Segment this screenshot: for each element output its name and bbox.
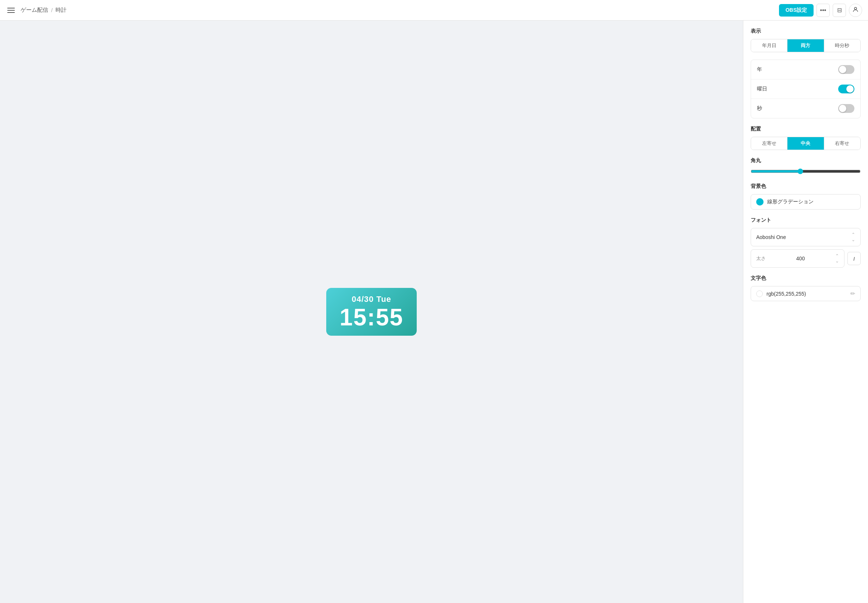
font-name-label: Aoboshi One <box>756 234 786 240</box>
layout-button[interactable]: ⊟ <box>833 4 846 17</box>
toggle-row-year: 年 <box>751 60 860 79</box>
toggle-year[interactable] <box>838 65 854 74</box>
user-icon <box>852 6 859 14</box>
italic-button[interactable]: I <box>847 252 861 265</box>
obs-settings-button[interactable]: OBS設定 <box>779 4 814 17</box>
text-color-value: rgb(255,255,255) <box>766 291 806 297</box>
layout-icon: ⊟ <box>837 7 842 14</box>
corner-radius-section: 角丸 <box>751 158 861 176</box>
more-icon: ••• <box>820 7 826 14</box>
display-tab-group: 年月日 両方 時分秒 <box>751 39 861 52</box>
tab-align-right[interactable]: 右寄せ <box>824 137 860 150</box>
header-left: ゲーム配信 / 時計 <box>6 6 67 14</box>
breadcrumb-parent[interactable]: ゲーム配信 <box>21 7 48 14</box>
bg-color-picker[interactable]: 線形グラデーション <box>751 194 861 210</box>
toggle-row-seconds: 秒 <box>751 99 860 118</box>
tab-time[interactable]: 時分秒 <box>824 39 860 52</box>
toggle-label-weekday: 曜日 <box>757 86 767 92</box>
clock-date: 04/30 Tue <box>339 295 404 304</box>
font-title: フォント <box>751 217 861 224</box>
svg-point-0 <box>854 7 857 9</box>
more-options-button[interactable]: ••• <box>817 4 830 17</box>
tab-both[interactable]: 両方 <box>788 39 824 52</box>
alignment-tab-group: 左寄せ 中央 右寄せ <box>751 137 861 150</box>
user-button[interactable] <box>849 4 862 17</box>
text-color-title: 文字色 <box>751 275 861 281</box>
toggle-weekday[interactable] <box>838 85 854 93</box>
font-size-row: 太さ 400 ⌃⌄ I <box>751 249 861 267</box>
font-size-value: 400 <box>796 255 805 261</box>
text-color-section: 文字色 rgb(255,255,255) ✏ <box>751 275 861 301</box>
alignment-section: 配置 左寄せ 中央 右寄せ <box>751 126 861 150</box>
tab-align-center[interactable]: 中央 <box>788 137 824 150</box>
canvas-area: 04/30 Tue 15:55 <box>0 20 743 603</box>
header: ゲーム配信 / 時計 OBS設定 ••• ⊟ <box>0 0 868 20</box>
display-section-title: 表示 <box>751 28 861 34</box>
font-section: フォント Aoboshi One ⌃⌄ 太さ 400 ⌃⌄ I <box>751 217 861 267</box>
italic-icon: I <box>853 255 855 262</box>
toggle-thumb-year <box>839 66 846 73</box>
font-chevron-icon: ⌃⌄ <box>851 232 855 242</box>
header-right: OBS設定 ••• ⊟ <box>779 4 862 17</box>
font-name-selector[interactable]: Aoboshi One ⌃⌄ <box>751 228 861 246</box>
toggle-thumb-weekday <box>846 85 854 93</box>
font-size-label: 太さ <box>756 255 766 262</box>
toggle-label-year: 年 <box>757 66 762 73</box>
font-size-arrows-icon: ⌃⌄ <box>835 254 839 264</box>
tab-date[interactable]: 年月日 <box>751 39 788 52</box>
corner-radius-slider[interactable] <box>751 169 861 174</box>
toggle-label-seconds: 秒 <box>757 105 762 112</box>
breadcrumb-current: 時計 <box>56 7 67 14</box>
main-layout: 04/30 Tue 15:55 表示 年月日 両方 時分秒 年 曜日 <box>0 0 868 603</box>
background-color-section: 背景色 線形グラデーション <box>751 183 861 210</box>
clock-time: 15:55 <box>339 306 404 329</box>
text-color-picker[interactable]: rgb(255,255,255) ✏ <box>751 286 861 301</box>
font-size-input[interactable]: 太さ 400 ⌃⌄ <box>751 249 845 267</box>
bg-color-label: 線形グラデーション <box>767 199 814 205</box>
bg-color-dot <box>756 198 764 206</box>
breadcrumb: ゲーム配信 / 時計 <box>21 7 67 14</box>
clock-widget: 04/30 Tue 15:55 <box>326 288 417 336</box>
toggle-seconds[interactable] <box>838 104 854 113</box>
breadcrumb-separator: / <box>51 7 53 13</box>
text-color-dot <box>756 291 763 297</box>
right-panel: 表示 年月日 両方 時分秒 年 曜日 <box>743 20 868 603</box>
hamburger-icon[interactable] <box>6 6 16 14</box>
tab-align-left[interactable]: 左寄せ <box>751 137 788 150</box>
edit-color-icon[interactable]: ✏ <box>850 290 855 297</box>
corner-radius-title: 角丸 <box>751 158 861 164</box>
bg-color-title: 背景色 <box>751 183 861 190</box>
toggle-row-weekday: 曜日 <box>751 79 860 99</box>
alignment-title: 配置 <box>751 126 861 132</box>
toggle-section: 年 曜日 秒 <box>751 60 861 118</box>
toggle-thumb-seconds <box>839 105 846 112</box>
text-color-left: rgb(255,255,255) <box>756 291 806 297</box>
